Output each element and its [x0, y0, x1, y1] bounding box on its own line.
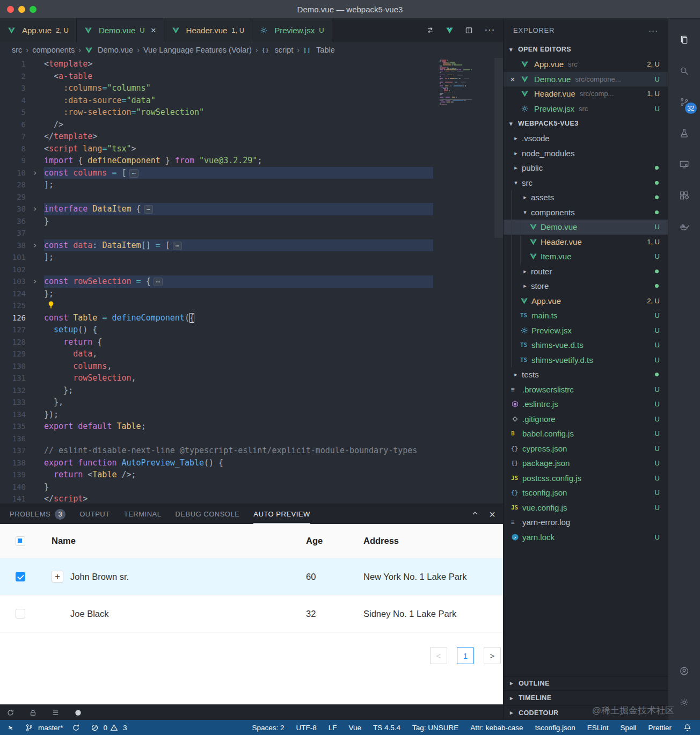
panel-tab-terminal[interactable]: TERMINAL	[124, 504, 162, 524]
folder-vscode[interactable]: ▸.vscode	[504, 131, 668, 146]
panel-tab-auto-preview[interactable]: AUTO PREVIEW	[253, 504, 310, 524]
pagination-next-button[interactable]: >	[484, 647, 501, 664]
close-tab-icon[interactable]: ×	[151, 26, 156, 35]
table-row[interactable]: Joe Black32Sidney No. 1 Lake Park	[0, 595, 503, 632]
file-cypress-json[interactable]: {}cypress.jsonU	[504, 441, 668, 456]
notifications-bell[interactable]	[683, 724, 694, 732]
select-all-checkbox[interactable]	[16, 536, 25, 546]
pagination-prev-button[interactable]: <	[430, 647, 447, 664]
status-spell[interactable]: Spell	[620, 724, 636, 732]
open-editor-header-vue[interactable]: Header.vuesrc/comp...1, U	[504, 86, 668, 101]
search-activity-button[interactable]	[668, 55, 700, 86]
folder-node-modules[interactable]: ▸node_modules	[504, 146, 668, 161]
volar-preview-button[interactable]	[446, 26, 456, 34]
minimize-window-icon[interactable]	[18, 6, 25, 13]
panel-tab-output[interactable]: OUTPUT	[79, 504, 110, 524]
status-utf-8[interactable]: UTF-8	[296, 724, 316, 732]
file-babel-config-js[interactable]: Bbabel.config.jsU	[504, 426, 668, 441]
git-branch-status[interactable]: master*	[25, 724, 63, 732]
tab-demo-vue[interactable]: Demo.vueU×	[77, 19, 164, 42]
open-editors-header[interactable]: ▾ OPEN EDITORS	[504, 42, 668, 57]
extensions-activity-button[interactable]	[668, 180, 700, 211]
tab-preview-jsx[interactable]: Preview.jsxU	[252, 19, 332, 42]
more-actions-button[interactable]: ···	[484, 27, 494, 34]
open-editor-preview-jsx[interactable]: Preview.jsxsrcU	[504, 101, 668, 117]
folder-router[interactable]: ▸router	[504, 264, 668, 279]
file-gitignore[interactable]: .gitignoreU	[504, 412, 668, 427]
pagination-page-1[interactable]: 1	[457, 647, 474, 664]
expand-row-button[interactable]: +	[52, 571, 63, 583]
file-header-vue[interactable]: Header.vue1, U	[504, 235, 668, 250]
tab-header-vue[interactable]: Header.vue1, U	[164, 19, 253, 42]
lock-button[interactable]	[29, 709, 39, 717]
fold-arrow-icon[interactable]: ›	[26, 203, 44, 215]
folder-src[interactable]: ▾src	[504, 176, 668, 191]
fold-arrow-icon[interactable]: ›	[26, 275, 44, 288]
breadcrumb-vue-language-features-volar[interactable]: Vue Language Features (Volar)	[143, 46, 252, 54]
breadcrumb-components[interactable]: components	[32, 46, 75, 54]
file-demo-vue[interactable]: Demo.vueU	[504, 220, 668, 235]
test-explorer-activity-button[interactable]	[668, 118, 700, 149]
status-attr-kebab-case[interactable]: Attr: kebab-case	[470, 724, 523, 732]
refresh-button[interactable]	[6, 709, 17, 717]
file-browserslistrc[interactable]: ≡.browserslistrcU	[504, 382, 668, 397]
status-tag-unsure[interactable]: Tag: UNSURE	[412, 724, 458, 732]
code-editor[interactable]: 1<template>2 <a-table3 :columns="columns…	[0, 58, 503, 504]
file-yarn-error-log[interactable]: ≡yarn-error.log	[504, 515, 668, 530]
docker-activity-button[interactable]	[668, 211, 700, 242]
remote-indicator[interactable]	[6, 724, 17, 732]
close-panel-icon[interactable]: ×	[489, 509, 495, 520]
file-preview-jsx[interactable]: Preview.jsxU	[504, 323, 668, 338]
open-changes-button[interactable]	[426, 26, 436, 34]
open-editor-app-vue[interactable]: App.vuesrc2, U	[504, 57, 668, 72]
file-postcss-config-js[interactable]: JSpostcss.config.jsU	[504, 471, 668, 486]
close-window-icon[interactable]	[7, 6, 14, 13]
tab-app-vue[interactable]: App.vue2, U	[0, 19, 77, 42]
folder-store[interactable]: ▸store	[504, 279, 668, 294]
file-vue-config-js[interactable]: JSvue.config.jsU	[504, 500, 668, 515]
file-yarn-lock[interactable]: yarn.lockU	[504, 530, 668, 545]
file-shims-vue-d-ts[interactable]: TSshims-vue.d.tsU	[504, 338, 668, 353]
section-timeline[interactable]: ▸TIMELINE	[504, 690, 668, 705]
status-lf[interactable]: LF	[329, 724, 337, 732]
source-control-activity-button[interactable]: 32	[668, 86, 700, 118]
table-row[interactable]: +John Brown sr.60New York No. 1 Lake Par…	[0, 558, 503, 595]
status-eslint[interactable]: ESLint	[587, 724, 609, 732]
folder-tests[interactable]: ▸tests	[504, 367, 668, 382]
menu-button[interactable]	[52, 709, 62, 717]
file-main-ts[interactable]: TSmain.tsU	[504, 308, 668, 323]
remote-explorer-activity-button[interactable]	[668, 149, 700, 180]
minimap[interactable]	[440, 60, 492, 105]
folder-components[interactable]: ▾components	[504, 205, 668, 220]
section-outline[interactable]: ▸OUTLINE	[504, 676, 668, 691]
file-item-vue[interactable]: Item.vueU	[504, 249, 668, 264]
file-app-vue[interactable]: App.vue2, U	[504, 294, 668, 309]
breadcrumb-src[interactable]: src	[12, 46, 22, 54]
workspace-header[interactable]: ▾ WEBPACK5-VUE3	[504, 116, 668, 131]
more-actions-icon[interactable]: ···	[648, 26, 658, 35]
breadcrumb-script[interactable]: {}script	[262, 46, 294, 54]
folder-public[interactable]: ▸public	[504, 161, 668, 176]
status-tsconfig-json[interactable]: tsconfig.json	[535, 724, 575, 732]
sync-button[interactable]	[72, 724, 82, 732]
diagnostics-status[interactable]: 03	[91, 724, 127, 732]
record-button[interactable]	[74, 709, 84, 717]
fold-arrow-icon[interactable]: ›	[26, 239, 44, 252]
status-prettier[interactable]: Prettier	[648, 724, 672, 732]
panel-tab-debug-console[interactable]: DEBUG CONSOLE	[175, 504, 239, 524]
open-editor-demo-vue[interactable]: ×Demo.vuesrc/compone...U	[504, 72, 668, 87]
fold-arrow-icon[interactable]: ›	[26, 167, 44, 179]
breadcrumb-demo-vue[interactable]: Demo.vue	[85, 46, 133, 54]
accounts-button[interactable]	[668, 656, 700, 687]
file-package-json[interactable]: {}package.jsonU	[504, 456, 668, 471]
file-shims-vuetify-d-ts[interactable]: TSshims-vuetify.d.tsU	[504, 353, 668, 368]
lightbulb-icon[interactable]	[47, 301, 55, 309]
editor-scrollbar[interactable]	[494, 58, 503, 238]
close-editor-icon[interactable]: ×	[508, 75, 517, 84]
maximize-window-icon[interactable]	[30, 6, 37, 13]
status-vue[interactable]: Vue	[348, 724, 361, 732]
status-ts-4-5-4[interactable]: TS 4.5.4	[373, 724, 400, 732]
row-checkbox[interactable]	[16, 609, 25, 618]
split-editor-button[interactable]	[465, 26, 475, 34]
row-checkbox[interactable]	[16, 572, 25, 581]
